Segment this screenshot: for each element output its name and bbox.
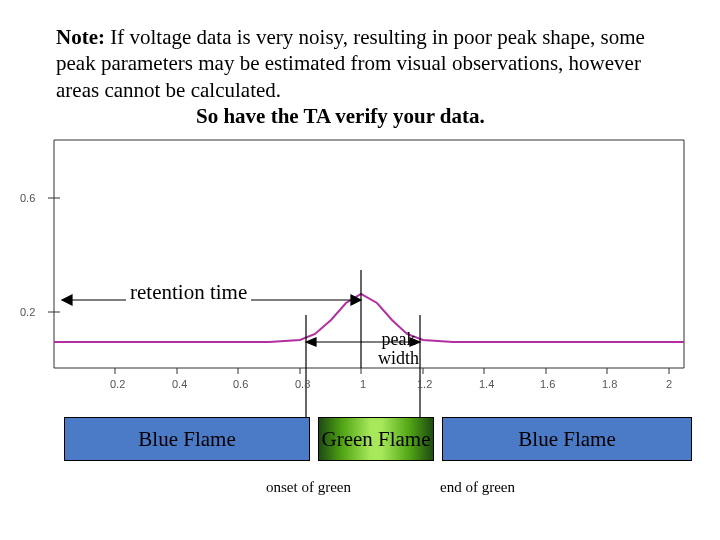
x-tick-0: 0.2 [110,378,125,390]
note-label: Note: [56,25,105,49]
green-flame-label: Green Flame [321,427,430,452]
chromatogram-chart [28,120,692,400]
svg-marker-21 [306,338,316,346]
note-body: If voltage data is very noisy, resulting… [56,25,645,102]
chart-svg [28,120,692,420]
x-tick-7: 1.6 [540,378,555,390]
blue-flame-right: Blue Flame [442,417,692,461]
onset-of-green-label: onset of green [266,479,351,496]
x-tick-8: 1.8 [602,378,617,390]
x-tick-5: 1.2 [417,378,432,390]
blue-flame-right-label: Blue Flame [518,427,615,452]
retention-time-label: retention time [126,280,251,305]
x-tick-1: 0.4 [172,378,187,390]
svg-marker-17 [62,295,72,305]
x-tick-4: 1 [360,378,366,390]
peak-width-line1: peak [382,329,416,349]
end-of-green-label: end of green [440,479,515,496]
flame-row: Blue Flame Green Flame Blue Flame [64,417,692,459]
note-block: Note: If voltage data is very noisy, res… [56,24,664,129]
x-tick-2: 0.6 [233,378,248,390]
blue-flame-left: Blue Flame [64,417,310,461]
blue-flame-left-label: Blue Flame [138,427,235,452]
y-tick-0: 0.2 [20,306,35,318]
y-tick-1: 0.6 [20,192,35,204]
green-flame: Green Flame [318,417,434,461]
x-tick-9: 2 [666,378,672,390]
peak-width-line2: width [378,348,419,368]
x-tick-6: 1.4 [479,378,494,390]
peak-width-label: peak width [378,330,419,368]
x-tick-3: 0.8 [295,378,310,390]
